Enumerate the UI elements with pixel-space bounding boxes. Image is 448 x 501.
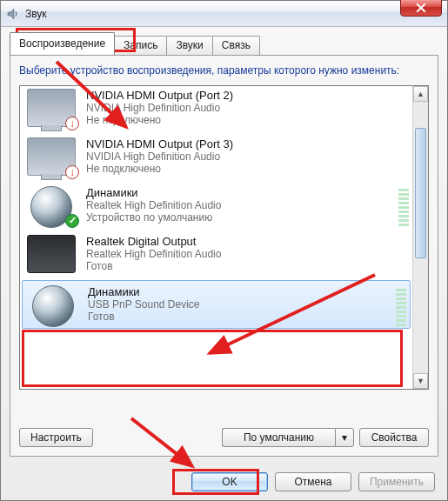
set-default-dropdown[interactable]: ▾ — [335, 428, 354, 447]
device-name: NVIDIA HDMI Output (Port 3) — [86, 137, 233, 150]
device-icon — [27, 137, 76, 176]
close-button[interactable] — [400, 0, 442, 17]
digital-output-icon — [27, 235, 76, 273]
device-desc: USB PnP Sound Device — [88, 298, 200, 311]
device-item[interactable]: NVIDIA HDMI Output (Port 2) NVIDIA High … — [20, 86, 412, 132]
tab-recording[interactable]: Запись — [114, 36, 167, 55]
window-title: Звук — [25, 8, 47, 20]
status-badge-disconnected-icon — [65, 165, 79, 179]
level-meter — [398, 188, 409, 226]
device-desc: NVIDIA High Definition Audio — [86, 102, 233, 114]
tab-panel-playback: Выберите устройство воспроизведения, пар… — [10, 55, 438, 457]
close-icon — [416, 3, 426, 13]
device-icon — [29, 285, 77, 324]
device-status: Готов — [88, 311, 200, 323]
ok-button[interactable]: OK — [191, 472, 268, 491]
scroll-down-button[interactable]: ▼ — [413, 373, 428, 389]
sound-sysicon — [6, 7, 20, 21]
tab-strip: Воспроизведение Запись Звуки Связь — [1, 27, 447, 55]
panel-button-row: Настроить По умолчанию ▾ Свойства — [19, 428, 429, 447]
scrollbar[interactable]: ▲ ▼ — [412, 86, 428, 389]
device-status: Готов — [86, 260, 221, 272]
device-desc: NVIDIA High Definition Audio — [86, 150, 233, 163]
annotation-selected-device — [22, 330, 403, 387]
device-item[interactable]: Динамики Realtek High Definition Audio У… — [20, 181, 412, 230]
device-icon — [27, 89, 76, 127]
scroll-track[interactable] — [413, 102, 428, 373]
device-list: NVIDIA HDMI Output (Port 2) NVIDIA High … — [20, 86, 412, 389]
tab-sounds[interactable]: Звуки — [166, 36, 212, 55]
instruction-text: Выберите устройство воспроизведения, пар… — [19, 64, 429, 78]
device-item[interactable]: Realtek Digital Output Realtek High Defi… — [20, 230, 412, 278]
device-desc: Realtek High Definition Audio — [86, 248, 221, 260]
dialog-button-row: OK Отмена Применить — [191, 472, 435, 491]
set-default-button[interactable]: По умолчанию — [222, 428, 335, 447]
device-name: Realtek Digital Output — [86, 235, 221, 248]
device-name: NVIDIA HDMI Output (Port 2) — [86, 89, 233, 102]
tab-communications[interactable]: Связь — [212, 36, 260, 55]
level-meter — [396, 288, 406, 326]
cancel-button[interactable]: Отмена — [275, 472, 351, 491]
status-badge-default-icon — [65, 214, 79, 228]
device-name: Динамики — [88, 285, 200, 298]
svg-marker-0 — [8, 9, 14, 19]
set-default-split-button[interactable]: По умолчанию ▾ — [222, 428, 354, 447]
device-listbox[interactable]: NVIDIA HDMI Output (Port 2) NVIDIA High … — [19, 85, 429, 390]
tab-playback[interactable]: Воспроизведение — [10, 32, 115, 55]
device-icon — [27, 235, 76, 273]
device-item-selected[interactable]: Динамики USB PnP Sound Device Готов — [22, 280, 411, 329]
configure-button[interactable]: Настроить — [19, 428, 93, 447]
scroll-thumb[interactable] — [415, 128, 426, 258]
sound-dialog: Звук Воспроизведение Запись Звуки Связь … — [0, 0, 448, 501]
device-desc: Realtek High Definition Audio — [86, 199, 221, 211]
titlebar[interactable]: Звук — [1, 1, 447, 27]
device-name: Динамики — [86, 186, 221, 199]
apply-button[interactable]: Применить — [358, 472, 435, 491]
device-icon — [27, 186, 76, 224]
device-status: Не подключено — [86, 163, 233, 175]
status-badge-disconnected-icon — [65, 117, 79, 130]
device-status: Устройство по умолчанию — [86, 211, 221, 224]
device-status: Не подключено — [86, 114, 233, 126]
scroll-up-button[interactable]: ▲ — [413, 86, 428, 102]
properties-button[interactable]: Свойства — [359, 428, 429, 447]
speaker-icon — [32, 285, 74, 327]
device-item[interactable]: NVIDIA HDMI Output (Port 3) NVIDIA High … — [20, 132, 412, 181]
